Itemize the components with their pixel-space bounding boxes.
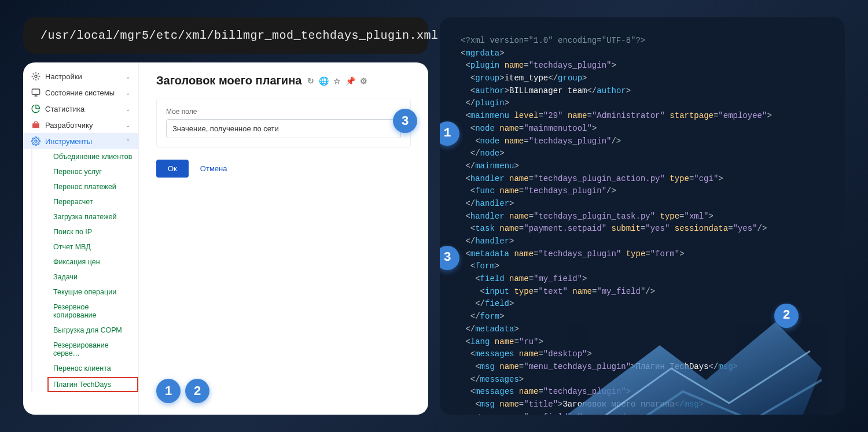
sidebar-section-tools[interactable]: Инструменты ⌃: [23, 133, 138, 149]
gear-icon: [31, 72, 41, 81]
refresh-icon[interactable]: ↻: [307, 76, 314, 86]
submenu-item-plugin-techdays[interactable]: Плагин TechDays: [47, 377, 138, 392]
submenu-item[interactable]: Резервное копирование: [47, 300, 138, 323]
globe-icon[interactable]: 🌐: [319, 76, 329, 86]
settings-icon[interactable]: ⚙: [360, 76, 367, 86]
submenu-item[interactable]: Резервирование серве…: [47, 338, 138, 361]
submenu-item[interactable]: Загрузка платежей: [47, 209, 138, 224]
submenu-item[interactable]: Фиксация цен: [47, 254, 138, 269]
sidebar-section-label: Состояние системы: [45, 88, 115, 97]
sidebar-section-settings[interactable]: Настройки ⌄: [23, 68, 138, 84]
star-icon[interactable]: ☆: [333, 76, 341, 86]
submenu-item[interactable]: Перенос клиента: [47, 361, 138, 376]
sidebar-section-developer[interactable]: Разработчику ⌄: [23, 117, 138, 133]
submenu-item[interactable]: Задачи: [47, 269, 138, 285]
sidebar-section-system-state[interactable]: Состояние системы ⌄: [23, 84, 138, 101]
page-title: Заголовок моего плагина: [156, 74, 301, 87]
toolbox-icon: [31, 120, 41, 130]
sidebar-section-label: Настройки: [45, 72, 82, 81]
code-block: <?xml version="1.0" encoding="UTF-8"?><m…: [461, 35, 824, 415]
badge-3: 3: [393, 109, 417, 133]
submenu-item[interactable]: Перерасчет: [47, 194, 138, 209]
chevron-down-icon: ⌄: [126, 90, 130, 96]
badge-3-code: 3: [440, 246, 459, 270]
cog-icon: [31, 136, 41, 146]
submenu-item[interactable]: Объединение клиентов: [47, 149, 138, 164]
badge-2: 2: [185, 379, 209, 403]
field-label: Мое поле: [166, 108, 401, 116]
chevron-down-icon: ⌄: [126, 122, 130, 128]
file-path-bar: /usr/local/mgr5/etc/xml/billmgr_mod_tech…: [23, 17, 428, 54]
submenu-item[interactable]: Отчет МВД: [47, 239, 138, 254]
chevron-up-icon: ⌃: [126, 138, 130, 145]
form-card: Мое поле 3: [156, 98, 411, 148]
badge-1-code: 1: [440, 121, 459, 146]
submenu-item[interactable]: Текущие операции: [47, 285, 138, 300]
cancel-button[interactable]: Отмена: [200, 164, 227, 173]
svg-rect-2: [32, 123, 39, 128]
page-title-row: Заголовок моего плагина ↻ 🌐 ☆ 📌 ⚙: [156, 74, 411, 87]
pie-chart-icon: [31, 104, 41, 113]
svg-point-0: [35, 75, 37, 77]
app-panel: Настройки ⌄ Состояние системы ⌄ Статисти…: [23, 62, 428, 415]
submenu-item[interactable]: Перенос услуг: [47, 164, 138, 179]
badge-2-code: 2: [774, 304, 799, 328]
sidebar-section-label: Разработчику: [45, 121, 93, 130]
chevron-down-icon: ⌄: [126, 73, 130, 80]
badge-1: 1: [156, 379, 181, 403]
submenu-item[interactable]: Выгрузка для СОРМ: [47, 323, 138, 338]
svg-point-3: [35, 140, 37, 142]
ok-button[interactable]: Ок: [156, 160, 189, 178]
pin-icon[interactable]: 📌: [345, 76, 355, 86]
submenu-item[interactable]: Перенос платежей: [47, 179, 138, 194]
sidebar-section-label: Инструменты: [45, 137, 92, 146]
chevron-down-icon: ⌄: [126, 106, 130, 112]
sidebar-section-statistics[interactable]: Статистика ⌄: [23, 101, 138, 117]
sidebar-section-label: Статистика: [45, 105, 84, 113]
code-panel: <?xml version="1.0" encoding="UTF-8"?><m…: [440, 17, 845, 415]
monitor-icon: [31, 88, 41, 97]
submenu: Объединение клиентов Перенос услуг Перен…: [31, 149, 138, 392]
submenu-item[interactable]: Поиск по IP: [47, 224, 138, 239]
my-field-input[interactable]: [166, 119, 401, 138]
svg-rect-1: [32, 89, 39, 94]
content-area: Заголовок моего плагина ↻ 🌐 ☆ 📌 ⚙ Мое по…: [139, 62, 428, 415]
sidebar: Настройки ⌄ Состояние системы ⌄ Статисти…: [23, 62, 139, 415]
